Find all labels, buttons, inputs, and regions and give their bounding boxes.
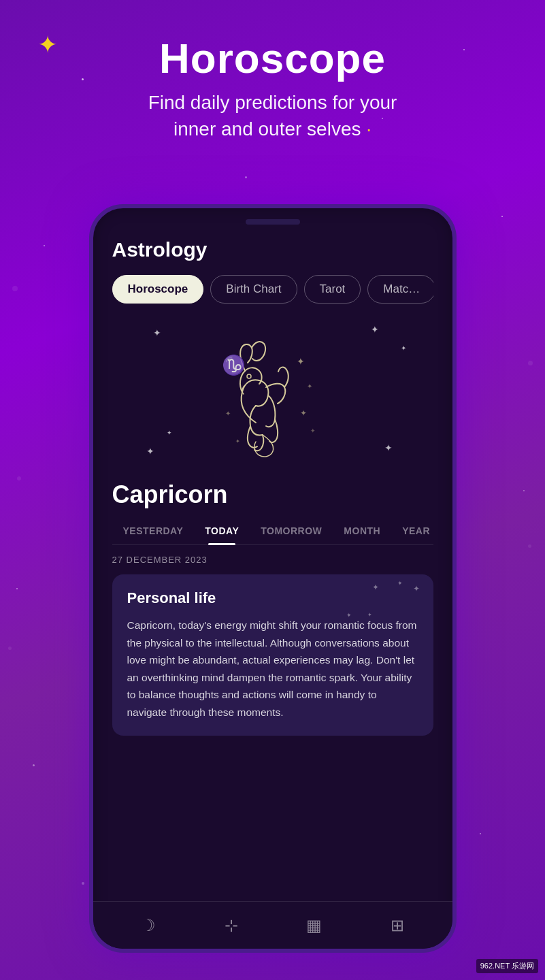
sparkle-sm2: ✦ xyxy=(167,429,172,436)
subtitle: Find daily predictions for your inner an… xyxy=(0,89,545,142)
tab-match[interactable]: Matc… xyxy=(367,275,433,304)
svg-text:✦: ✦ xyxy=(307,382,312,390)
watermark: 962.NET 乐游网 xyxy=(476,959,538,973)
card-sparkle2: ✦ xyxy=(397,580,403,587)
app-title: Astrology xyxy=(112,238,433,261)
sparkle-icon: ✦ xyxy=(37,31,58,59)
phone-mockup: Astrology Horoscope Birth Chart Tarot Ma… xyxy=(89,204,457,953)
watermark-site: 962.NET xyxy=(480,962,510,970)
card-sparkle1: ✦ xyxy=(372,583,379,592)
dot-accent: · xyxy=(366,118,371,140)
nav-star-icon[interactable]: ⊹ xyxy=(225,916,238,935)
capricorn-illustration: ♑ ✦ ✦ ✦ ✦ ✦ ✦ xyxy=(201,327,344,463)
zodiac-name: Capricorn xyxy=(112,480,433,509)
time-tabs: YESTERDAY TODAY TOMORROW MONTH YEAR xyxy=(112,521,433,545)
subtitle-line1: Find daily predictions for your xyxy=(148,92,397,113)
svg-text:✦: ✦ xyxy=(225,410,231,417)
time-tab-today[interactable]: TODAY xyxy=(194,521,250,544)
svg-text:✦: ✦ xyxy=(310,427,316,434)
sparkle-tl: ✦ xyxy=(153,327,161,338)
card-sparkle4: ✦ xyxy=(346,612,352,619)
tab-tarot[interactable]: Tarot xyxy=(304,275,361,304)
tab-birth-chart[interactable]: Birth Chart xyxy=(210,275,297,304)
sparkle-br: ✦ xyxy=(384,442,393,453)
sparkle-sm1: ✦ xyxy=(401,344,406,352)
time-tab-month[interactable]: MONTH xyxy=(333,521,391,544)
card-text: Capricorn, today's energy might shift yo… xyxy=(127,617,418,721)
svg-text:♑: ♑ xyxy=(222,354,246,376)
card-sparkle5: ✦ xyxy=(367,612,372,618)
nav-moon-icon[interactable]: ☽ xyxy=(141,916,156,935)
time-tab-yesterday[interactable]: YESTERDAY xyxy=(112,521,195,544)
subtitle-line2: inner and outer selves xyxy=(174,118,361,140)
zodiac-image-area: ✦ ✦ ✦ ✦ ✦ ✦ xyxy=(112,317,433,474)
app-content: Astrology Horoscope Birth Chart Tarot Ma… xyxy=(93,225,452,938)
nav-calendar-icon[interactable]: ▦ xyxy=(306,916,322,935)
sparkle-tr: ✦ xyxy=(371,324,379,335)
tab-horoscope[interactable]: Horoscope xyxy=(112,275,204,304)
page-title: Horoscope xyxy=(0,34,545,82)
prediction-card: ✦ ✦ ✦ ✦ ✦ Personal life Capricorn, today… xyxy=(112,574,433,736)
tabs-row: Horoscope Birth Chart Tarot Matc… xyxy=(112,275,433,304)
time-tab-year[interactable]: YEAR xyxy=(391,521,441,544)
nav-grid-icon[interactable]: ⊞ xyxy=(391,916,404,935)
sparkle-bl: ✦ xyxy=(146,446,154,457)
card-sparkle3: ✦ xyxy=(413,584,420,593)
header: ✦ Horoscope Find daily predictions for y… xyxy=(0,0,545,163)
svg-point-0 xyxy=(247,374,251,378)
bottom-nav: ☽ ⊹ ▦ ⊞ xyxy=(93,901,452,949)
phone-speaker xyxy=(246,219,300,225)
time-tab-tomorrow[interactable]: TOMORROW xyxy=(250,521,333,544)
watermark-platform: 乐游网 xyxy=(512,962,534,970)
svg-text:✦: ✦ xyxy=(297,356,305,367)
svg-text:✦: ✦ xyxy=(300,408,307,418)
date-label: 27 DECEMBER 2023 xyxy=(112,555,433,565)
svg-text:✦: ✦ xyxy=(235,438,240,444)
